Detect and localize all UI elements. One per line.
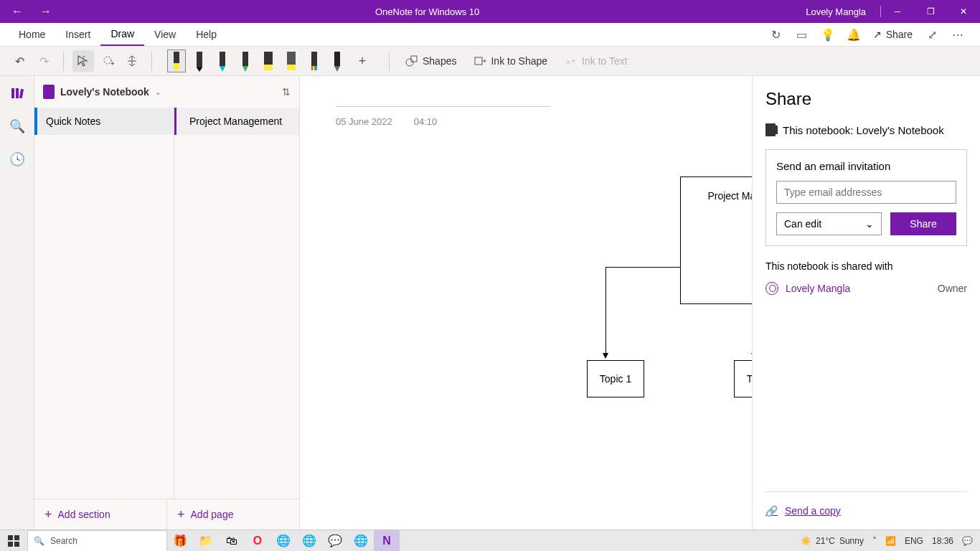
username[interactable]: Lovely Mangla bbox=[791, 6, 880, 17]
clock[interactable]: 18:36 bbox=[932, 536, 953, 546]
start-button[interactable] bbox=[0, 530, 27, 552]
svg-point-23 bbox=[406, 59, 413, 66]
share-panel: Share This notebook: Lovely's Notebook S… bbox=[752, 76, 980, 529]
tab-view[interactable]: View bbox=[144, 23, 186, 46]
taskbar-app-chrome-3[interactable]: 🌐 bbox=[348, 530, 374, 552]
insert-space-tool[interactable] bbox=[121, 50, 143, 72]
svg-rect-8 bbox=[220, 52, 225, 66]
pen-rainbow[interactable] bbox=[306, 50, 323, 72]
maximize-button[interactable]: ❐ bbox=[914, 0, 947, 23]
section-item[interactable]: Quick Notes bbox=[34, 108, 174, 135]
close-button[interactable]: ✕ bbox=[947, 0, 980, 23]
person-name: Lovely Mangla bbox=[786, 283, 850, 294]
send-copy-link[interactable]: 🔗 Send a copy bbox=[765, 505, 967, 517]
shared-with-label: This notebook is shared with bbox=[765, 260, 967, 272]
ink-to-text-icon bbox=[565, 55, 578, 67]
pages-column: Project Management bbox=[174, 108, 299, 499]
svg-rect-20 bbox=[316, 66, 317, 70]
lightbulb-icon[interactable]: 💡 bbox=[821, 28, 834, 41]
taskbar-app-whatsapp[interactable]: 💬 bbox=[322, 530, 348, 552]
svg-text:T: T bbox=[83, 55, 85, 60]
fullscreen-icon[interactable]: ⤢ bbox=[925, 28, 938, 41]
app-title: OneNote for Windows 10 bbox=[63, 6, 791, 17]
svg-rect-29 bbox=[8, 535, 13, 540]
taskbar-app-store[interactable]: 🛍 bbox=[219, 530, 245, 552]
search-sidebar-icon[interactable]: 🔍 bbox=[9, 118, 26, 135]
ink-to-shape-icon bbox=[473, 55, 486, 67]
shared-person[interactable]: Lovely Mangla Owner bbox=[765, 282, 967, 295]
select-tool[interactable]: T bbox=[72, 50, 94, 72]
taskbar-app-chrome-2[interactable]: 🌐 bbox=[296, 530, 322, 552]
more-icon[interactable]: ⋯ bbox=[951, 28, 964, 41]
navigation-panel: Lovely's Notebook ⌄ ⇅ Quick Notes Projec… bbox=[34, 76, 300, 529]
page-item[interactable]: Project Management bbox=[174, 108, 299, 135]
svg-rect-16 bbox=[311, 52, 317, 66]
tray-chevron-icon[interactable]: ˄ bbox=[872, 536, 877, 546]
shapes-icon bbox=[405, 55, 418, 67]
lasso-tool[interactable]: + bbox=[97, 50, 118, 72]
shapes-button[interactable]: Shapes bbox=[398, 50, 463, 72]
chevron-down-icon: ⌄ bbox=[865, 218, 874, 230]
pen-black[interactable] bbox=[191, 50, 208, 72]
back-arrow[interactable]: ← bbox=[11, 5, 23, 18]
svg-rect-21 bbox=[334, 52, 340, 66]
redo-button[interactable]: ↷ bbox=[33, 50, 55, 72]
svg-rect-30 bbox=[14, 535, 19, 540]
notebooks-icon[interactable] bbox=[9, 85, 26, 102]
notebook-header[interactable]: Lovely's Notebook ⌄ ⇅ bbox=[34, 76, 299, 108]
tab-help[interactable]: Help bbox=[186, 23, 227, 46]
recent-icon[interactable]: 🕓 bbox=[9, 151, 26, 168]
permission-select[interactable]: Can edit ⌄ bbox=[776, 212, 882, 235]
taskbar-app-opera[interactable]: O bbox=[245, 530, 270, 552]
add-page-button[interactable]: + Add page bbox=[167, 499, 299, 529]
person-icon bbox=[765, 282, 778, 295]
svg-rect-12 bbox=[264, 52, 273, 65]
taskbar-app-chrome[interactable]: 🌐 bbox=[270, 530, 296, 552]
tab-draw[interactable]: Draw bbox=[100, 23, 144, 46]
weather-widget[interactable]: ☀️ 21°C Sunny bbox=[801, 536, 864, 546]
pen-teal[interactable] bbox=[214, 50, 231, 72]
diagram-child-box[interactable]: Topic 1 bbox=[587, 360, 644, 397]
add-section-button[interactable]: + Add section bbox=[34, 499, 167, 529]
share-ribbon-button[interactable]: ↗ Share bbox=[873, 29, 913, 40]
page-icon[interactable]: ▭ bbox=[796, 28, 809, 41]
svg-rect-17 bbox=[311, 66, 313, 70]
taskbar-app-gift[interactable]: 🎁 bbox=[167, 530, 193, 552]
highlighter-yellow-2[interactable] bbox=[283, 50, 300, 72]
svg-marker-22 bbox=[334, 66, 340, 72]
tab-insert[interactable]: Insert bbox=[55, 23, 100, 46]
wifi-icon[interactable]: 📶 bbox=[885, 536, 896, 546]
undo-button[interactable]: ↶ bbox=[9, 50, 30, 72]
ink-to-shape-button[interactable]: Ink to Shape bbox=[466, 50, 555, 72]
notebook-icon bbox=[43, 85, 55, 99]
email-input[interactable] bbox=[776, 181, 956, 204]
taskbar-search[interactable]: 🔍 Search bbox=[27, 530, 167, 552]
pen-yellow[interactable] bbox=[168, 50, 185, 72]
link-icon: 🔗 bbox=[765, 505, 778, 517]
plus-icon: + bbox=[44, 507, 52, 522]
svg-rect-4 bbox=[174, 63, 179, 67]
pen-green[interactable] bbox=[237, 50, 254, 72]
taskbar-app-onenote[interactable]: N bbox=[374, 530, 400, 552]
ink-to-text-button: Ink to Text bbox=[557, 50, 635, 72]
minimize-button[interactable]: ─ bbox=[881, 0, 914, 23]
sections-column: Quick Notes bbox=[34, 108, 174, 499]
share-notebook-label: This notebook: Lovely's Notebook bbox=[765, 123, 967, 136]
svg-rect-25 bbox=[475, 57, 482, 65]
highlighter-yellow[interactable] bbox=[260, 50, 277, 72]
tab-home[interactable]: Home bbox=[9, 23, 55, 46]
notifications-icon[interactable]: 💬 bbox=[962, 536, 973, 546]
language-indicator[interactable]: ENG bbox=[905, 536, 923, 546]
pencil-black[interactable] bbox=[329, 50, 346, 72]
sync-icon[interactable]: ↻ bbox=[770, 28, 783, 41]
diagram-root-box[interactable]: Project Management bbox=[680, 176, 752, 304]
taskbar-app-explorer[interactable]: 📁 bbox=[193, 530, 219, 552]
bell-icon[interactable]: 🔔 bbox=[847, 28, 860, 41]
share-submit-button[interactable]: Share bbox=[890, 212, 956, 235]
page-canvas[interactable]: 05 June 2022 04:10 Project Management To… bbox=[300, 76, 752, 529]
sort-button[interactable]: ⇅ bbox=[282, 86, 291, 98]
add-pen-button[interactable]: + bbox=[352, 50, 373, 72]
diagram-child-box[interactable]: Topic 2 bbox=[734, 360, 752, 397]
svg-rect-28 bbox=[19, 89, 23, 98]
forward-arrow[interactable]: → bbox=[40, 5, 52, 18]
